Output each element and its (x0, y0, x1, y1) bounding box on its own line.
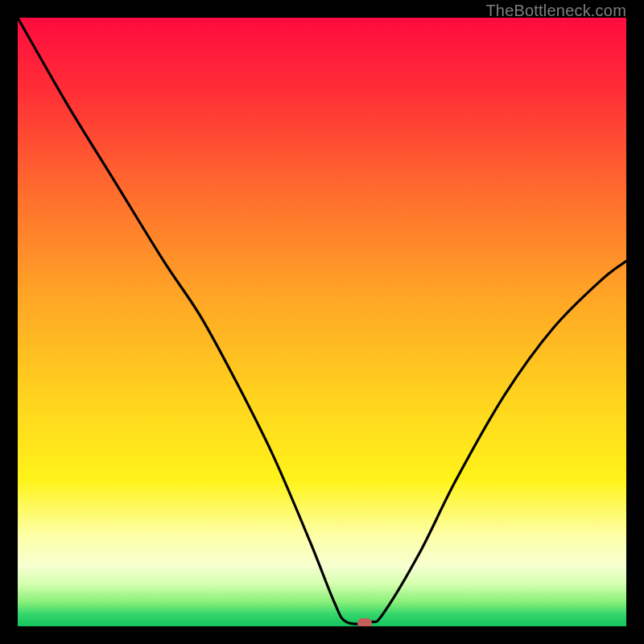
optimal-marker (357, 618, 372, 626)
plot-area (18, 18, 626, 626)
bottleneck-curve (18, 18, 626, 626)
chart-frame: TheBottleneck.com (0, 0, 644, 644)
